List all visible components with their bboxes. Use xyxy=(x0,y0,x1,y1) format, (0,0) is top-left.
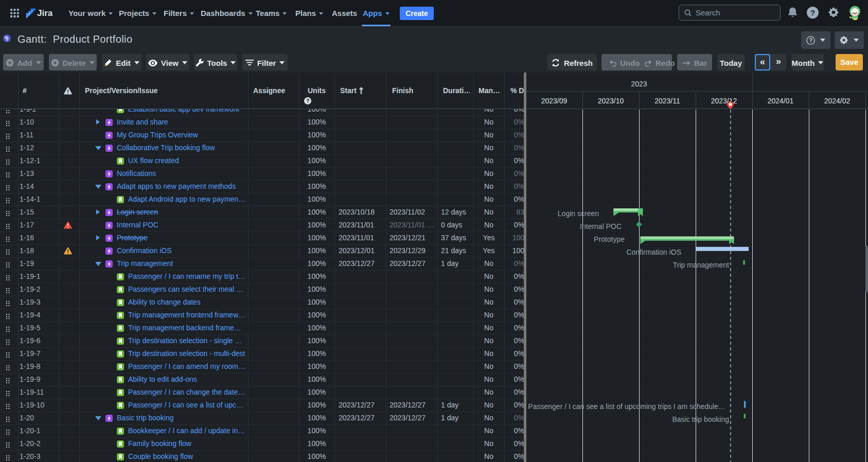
svg-text:?: ? xyxy=(809,37,812,43)
